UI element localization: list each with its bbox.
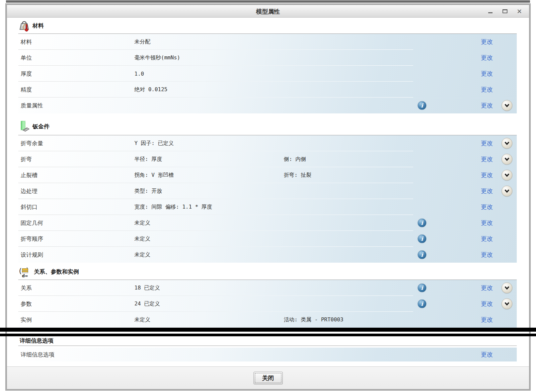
change-link[interactable]: 更改 — [481, 101, 493, 109]
model-properties-dialog: 模型属性 ✕ 材料 材料 — [5, 3, 531, 391]
property-value: 宽度: 间隙 偏移: 1.1 * 厚度 — [134, 204, 212, 211]
property-row-miter-cut: 斜切口 宽度: 间隙 偏移: 1.1 * 厚度 更改 — [18, 199, 517, 215]
change-link[interactable]: 更改 — [481, 351, 493, 359]
property-row-instances: 实例 未定义 活动: 类属 - PRT0003 更改 — [18, 312, 517, 328]
dialog-titlebar[interactable]: 模型属性 ✕ — [7, 5, 529, 18]
minimize-button[interactable] — [487, 8, 494, 15]
property-value: 未定义 — [134, 316, 150, 323]
info-icon[interactable]: i — [418, 299, 426, 308]
property-value: 未定义 — [134, 251, 150, 258]
material-rows: 材料 未分配 更改 单位 毫米牛顿秒(mmNs) 更改 厚度 1.0 更改 精度… — [18, 34, 517, 113]
property-label: 固定几何 — [21, 219, 43, 227]
property-label: 关系 — [21, 284, 32, 292]
property-row-mass-properties: 质量属性 i 更改 — [18, 98, 517, 113]
section-relations-header: ( ) d= 关系、参数和实例 — [18, 264, 522, 280]
info-icon[interactable]: i — [418, 101, 426, 110]
dialog-title: 模型属性 — [7, 8, 529, 16]
property-label: 精度 — [21, 86, 32, 94]
property-row-bend-allowance: 折弯余量 Y 因子: 已定义 更改 — [18, 135, 517, 151]
section-detail-options-header: 详细信息选项 — [18, 336, 522, 348]
property-label: 厚度 — [21, 70, 32, 78]
property-value-secondary: 折弯: 扯裂 — [284, 172, 311, 179]
property-label: 折弯顺序 — [21, 235, 43, 243]
relations-rows: 关系 18 已定义 i 更改 参数 24 已定义 i 更改 实例 未定义 — [18, 280, 517, 328]
change-link[interactable]: 更改 — [481, 284, 493, 292]
change-link[interactable]: 更改 — [481, 155, 493, 163]
sheetmetal-rows: 折弯余量 Y 因子: 已定义 更改 折弯 半径: 厚度 侧: 内侧 更改 止裂槽… — [18, 135, 517, 263]
sheet-metal-icon — [19, 120, 30, 133]
info-icon[interactable]: i — [418, 234, 426, 243]
property-value: 未分配 — [134, 38, 150, 45]
minimize-icon — [488, 12, 493, 13]
property-row-accuracy: 精度 绝对 0.0125 更改 — [18, 82, 517, 98]
chevron-down-icon[interactable] — [501, 298, 512, 309]
svg-text:d=: d= — [22, 274, 28, 278]
chevron-down-icon[interactable] — [501, 154, 512, 165]
property-value: 类型: 开放 — [134, 188, 162, 195]
section-title: 关系、参数和实例 — [34, 268, 79, 276]
change-link[interactable]: 更改 — [481, 139, 493, 147]
property-value: 半径: 厚度 — [134, 156, 162, 163]
window-controls: ✕ — [487, 5, 523, 18]
relations-parameters-icon: ( ) d= — [19, 265, 31, 279]
property-value-secondary: 侧: 内侧 — [284, 156, 306, 163]
property-label: 质量属性 — [21, 102, 43, 109]
property-value: Y 因子: 已定义 — [134, 140, 174, 147]
property-label: 折弯 — [21, 156, 32, 163]
property-value: 未定义 — [134, 220, 150, 227]
property-value: 1.0 — [134, 71, 144, 77]
property-row-relief: 止裂槽 拐角: V 形凹槽 折弯: 扯裂 更改 — [18, 167, 517, 183]
change-link[interactable]: 更改 — [481, 38, 493, 46]
section-title: 详细信息选项 — [20, 337, 53, 345]
property-value: 拐角: V 形凹槽 — [134, 172, 174, 179]
section-title: 钣金件 — [33, 123, 49, 130]
section-title: 材料 — [33, 22, 44, 30]
section-material-header: 材料 — [18, 18, 522, 34]
property-row-units: 单位 毫米牛顿秒(mmNs) 更改 — [18, 50, 517, 66]
property-row-bend: 折弯 半径: 厚度 侧: 内侧 更改 — [18, 151, 517, 167]
property-row-relations: 关系 18 已定义 i 更改 — [18, 280, 517, 296]
chevron-down-icon[interactable] — [501, 186, 512, 197]
property-value: 毫米牛顿秒(mmNs) — [134, 54, 180, 61]
svg-text:(: ( — [19, 267, 22, 275]
change-link[interactable]: 更改 — [481, 187, 493, 195]
change-link[interactable]: 更改 — [481, 203, 493, 211]
property-label: 单位 — [21, 54, 32, 62]
property-label: 实例 — [21, 316, 32, 324]
change-link[interactable]: 更改 — [481, 316, 493, 324]
chevron-down-icon[interactable] — [501, 283, 512, 294]
section-separator — [18, 346, 517, 346]
property-row-design-rules: 设计规则 未定义 i 更改 — [18, 247, 517, 263]
close-icon: ✕ — [517, 8, 522, 15]
material-weight-icon — [19, 20, 30, 32]
close-window-button[interactable]: ✕ — [516, 8, 523, 15]
change-link[interactable]: 更改 — [481, 54, 493, 62]
info-icon[interactable]: i — [418, 250, 426, 259]
maximize-icon — [502, 9, 507, 13]
info-icon[interactable]: i — [418, 219, 426, 228]
chevron-down-icon[interactable] — [501, 170, 512, 181]
property-label: 设计规则 — [21, 251, 43, 259]
close-button[interactable]: 关闭 — [254, 372, 283, 384]
property-label: 材料 — [21, 38, 32, 46]
info-icon[interactable]: i — [418, 284, 426, 293]
property-row-bend-order: 折弯顺序 未定义 i 更改 — [18, 231, 517, 247]
change-link[interactable]: 更改 — [481, 70, 493, 78]
property-value: 24 已定义 — [134, 300, 160, 307]
chevron-down-icon[interactable] — [501, 138, 512, 149]
property-label: 折弯余量 — [21, 140, 43, 147]
section-sheetmetal-header: 钣金件 — [18, 118, 522, 135]
property-label: 止裂槽 — [21, 171, 38, 179]
property-value: 未定义 — [134, 235, 150, 242]
maximize-button[interactable] — [501, 8, 508, 15]
change-link[interactable]: 更改 — [481, 86, 493, 94]
property-label: 斜切口 — [21, 203, 38, 211]
chevron-down-icon[interactable] — [501, 100, 512, 111]
change-link[interactable]: 更改 — [481, 219, 493, 227]
change-link[interactable]: 更改 — [481, 171, 493, 179]
change-link[interactable]: 更改 — [481, 251, 493, 259]
detail-options-rows: 详细信息选项 更改 — [18, 348, 517, 361]
change-link[interactable]: 更改 — [481, 300, 493, 308]
change-link[interactable]: 更改 — [481, 235, 493, 243]
background-window-edge — [6, 0, 530, 3]
